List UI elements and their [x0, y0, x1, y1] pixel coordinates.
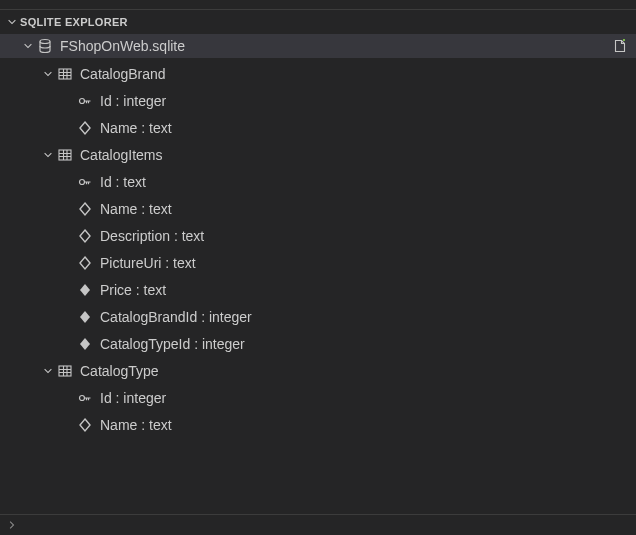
column-row[interactable]: Id : text: [0, 168, 636, 195]
new-query-icon[interactable]: [610, 36, 630, 56]
table-name: CatalogType: [80, 363, 159, 379]
column-name: Id : text: [100, 174, 146, 190]
diamond-filled-icon: [76, 281, 94, 299]
column-row[interactable]: Name : text: [0, 411, 636, 438]
sqlite-explorer-header[interactable]: SQLITE EXPLORER: [0, 10, 636, 34]
column-row[interactable]: PictureUri : text: [0, 249, 636, 276]
table-name: CatalogBrand: [80, 66, 166, 82]
column-row[interactable]: Name : text: [0, 195, 636, 222]
column-name: Name : text: [100, 201, 172, 217]
diamond-icon: [76, 227, 94, 245]
column-row[interactable]: CatalogTypeId : integer: [0, 330, 636, 357]
column-name: Id : integer: [100, 390, 166, 406]
table-row[interactable]: CatalogType: [0, 357, 636, 384]
key-icon: [76, 173, 94, 191]
table-icon: [56, 65, 74, 83]
column-row[interactable]: Name : text: [0, 114, 636, 141]
column-name: CatalogBrandId : integer: [100, 309, 252, 325]
diamond-filled-icon: [76, 335, 94, 353]
previous-section-edge: [0, 0, 636, 10]
column-name: CatalogTypeId : integer: [100, 336, 245, 352]
table-icon: [56, 362, 74, 380]
diamond-icon: [76, 119, 94, 137]
chevron-down-icon: [40, 66, 56, 82]
chevron-down-icon: [40, 147, 56, 163]
database-name: FShopOnWeb.sqlite: [60, 38, 185, 54]
column-name: PictureUri : text: [100, 255, 196, 271]
svg-rect-1: [59, 69, 71, 79]
column-name: Description : text: [100, 228, 204, 244]
diamond-filled-icon: [76, 308, 94, 326]
table-name: CatalogItems: [80, 147, 162, 163]
table-row[interactable]: CatalogItems: [0, 141, 636, 168]
key-icon: [76, 389, 94, 407]
svg-point-0: [40, 40, 50, 44]
column-row[interactable]: Description : text: [0, 222, 636, 249]
database-row[interactable]: FShopOnWeb.sqlite: [0, 34, 636, 58]
section-title: SQLITE EXPLORER: [20, 16, 128, 28]
column-name: Name : text: [100, 120, 172, 136]
svg-rect-3: [59, 150, 71, 160]
chevron-down-icon: [4, 14, 20, 30]
chevron-down-icon: [20, 38, 36, 54]
table-row[interactable]: CatalogBrand: [0, 60, 636, 87]
svg-point-6: [80, 395, 85, 400]
column-row[interactable]: Price : text: [0, 276, 636, 303]
column-name: Id : integer: [100, 93, 166, 109]
key-icon: [76, 92, 94, 110]
chevron-down-icon: [40, 363, 56, 379]
svg-rect-5: [59, 366, 71, 376]
diamond-icon: [76, 254, 94, 272]
column-row[interactable]: Id : integer: [0, 87, 636, 114]
diamond-icon: [76, 416, 94, 434]
chevron-right-icon: [4, 517, 20, 533]
column-name: Name : text: [100, 417, 172, 433]
column-row[interactable]: Id : integer: [0, 384, 636, 411]
svg-point-4: [80, 179, 85, 184]
table-icon: [56, 146, 74, 164]
next-section-header[interactable]: [0, 515, 636, 535]
column-row[interactable]: CatalogBrandId : integer: [0, 303, 636, 330]
tree: CatalogBrandId : integerName : textCatal…: [0, 58, 636, 438]
svg-point-2: [80, 98, 85, 103]
diamond-icon: [76, 200, 94, 218]
column-name: Price : text: [100, 282, 166, 298]
database-icon: [36, 37, 54, 55]
